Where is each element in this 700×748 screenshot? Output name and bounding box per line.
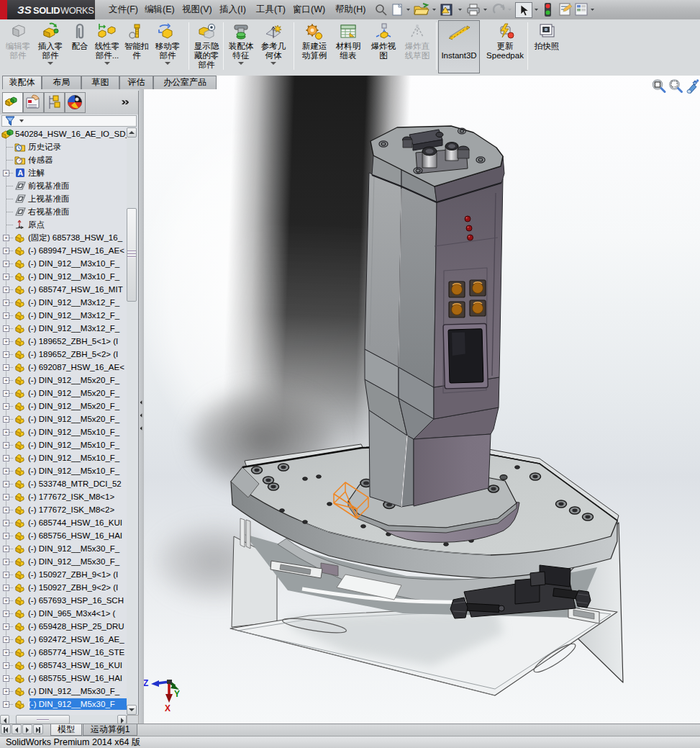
svg-text:Y: Y: [174, 689, 180, 699]
svg-text:WORKS: WORKS: [60, 5, 94, 16]
svg-text:A: A: [18, 168, 24, 177]
svg-text:SOLID: SOLID: [33, 5, 60, 16]
svg-text:ЗS: ЗS: [17, 4, 32, 16]
svg-text:X: X: [165, 703, 171, 713]
svg-text:Z: Z: [144, 678, 148, 688]
